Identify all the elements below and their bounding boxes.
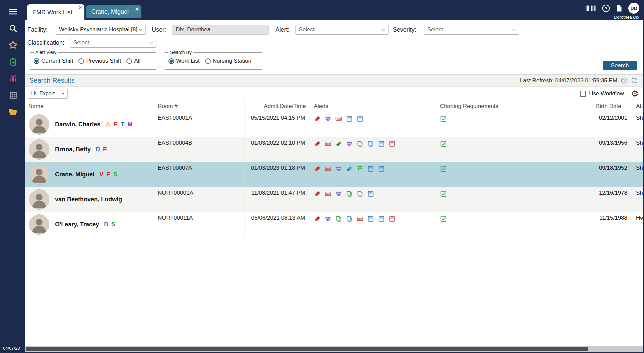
heart-icon[interactable]: [346, 140, 353, 147]
export-icon: [31, 90, 37, 97]
radio-button[interactable]: [205, 58, 211, 64]
search-icon[interactable]: [7, 23, 19, 34]
copy-blue-icon[interactable]: [346, 215, 353, 222]
copy-blue-icon[interactable]: [367, 140, 374, 147]
alert-select[interactable]: Select...: [295, 25, 389, 35]
orders-icon[interactable]: [7, 56, 19, 67]
form-blue-icon[interactable]: [378, 215, 385, 222]
check-icon[interactable]: [440, 215, 447, 222]
eraser-green-icon[interactable]: [335, 140, 342, 147]
close-icon[interactable]: ×: [79, 5, 82, 10]
column-header-room[interactable]: Room #: [154, 101, 244, 112]
facility-select[interactable]: Wellsky Psychiatric Hospital [8]: [56, 25, 146, 35]
heart-icon[interactable]: [335, 165, 342, 172]
export-button[interactable]: Export: [28, 89, 68, 99]
severity-select[interactable]: Select...: [424, 25, 519, 35]
badge-e: E: [114, 121, 118, 128]
radio-previous-shift[interactable]: Previous Shift: [78, 58, 121, 64]
copy-green-icon[interactable]: [346, 190, 353, 197]
column-header-name[interactable]: Name: [25, 101, 154, 112]
med-barcode-icon[interactable]: [325, 165, 332, 172]
table-row[interactable]: O'Leary, TraceyDSNORT00011A05/06/2021 08…: [25, 212, 643, 237]
menu-icon[interactable]: [7, 6, 19, 17]
check-icon[interactable]: [440, 115, 447, 122]
name-cell: Darwin, Charles⚠ETM: [25, 112, 154, 137]
favorites-icon[interactable]: [7, 39, 19, 51]
table-row[interactable]: van Beethoven, LudwigNORT00001A11/08/202…: [25, 187, 643, 212]
radio-all[interactable]: All: [126, 58, 140, 64]
form-blue-icon[interactable]: [378, 165, 385, 172]
form-blue-icon[interactable]: [346, 115, 353, 122]
barcode-icon[interactable]: [585, 4, 597, 12]
form-red-icon[interactable]: [389, 215, 396, 222]
user-avatar[interactable]: DD: [628, 3, 639, 14]
heart-icon[interactable]: [325, 115, 332, 122]
pill-icon[interactable]: [314, 190, 321, 197]
radio-current-shift[interactable]: Current Shift: [34, 58, 73, 64]
table-row[interactable]: Brona, BettyDEEAST00004B01/03/2022 02:10…: [25, 137, 643, 162]
copy-blue-icon[interactable]: [357, 190, 364, 197]
med-barcode-icon[interactable]: [335, 115, 342, 122]
charting-cell: [436, 112, 592, 137]
heart-icon[interactable]: [335, 190, 342, 197]
med-barcode-icon[interactable]: [357, 215, 364, 222]
horizontal-scrollbar[interactable]: [25, 346, 643, 352]
form-blue-icon[interactable]: [378, 140, 385, 147]
eraser-blue-icon[interactable]: [346, 165, 353, 172]
refresh-icon[interactable]: [631, 77, 638, 84]
use-workflow-checkbox[interactable]: [580, 91, 586, 97]
grid-icon[interactable]: [7, 89, 19, 101]
name-cell: Crane, MiguelVES: [25, 162, 154, 187]
search-button[interactable]: Search: [603, 61, 637, 70]
flag-icon[interactable]: [357, 165, 364, 172]
radio-label: Previous Shift: [86, 58, 121, 64]
export-dropdown-caret[interactable]: [58, 93, 67, 95]
check-icon[interactable]: [440, 190, 447, 197]
radio-button[interactable]: [168, 58, 174, 64]
charts-icon[interactable]: [7, 73, 19, 84]
help-icon[interactable]: ?: [621, 77, 628, 84]
table-row[interactable]: Darwin, Charles⚠ETMEAST00001A05/15/2021 …: [25, 112, 643, 137]
user-input[interactable]: Dix, Dorothea: [172, 25, 269, 35]
radio-nursing-station[interactable]: Nursing Station: [205, 58, 251, 64]
settings-gear-icon[interactable]: ⚙: [631, 89, 639, 98]
form-blue-icon[interactable]: [367, 165, 374, 172]
folders-icon[interactable]: [7, 106, 19, 117]
badge-s: S: [113, 171, 117, 178]
form-blue-icon[interactable]: [367, 190, 374, 197]
radio-button[interactable]: [126, 58, 132, 64]
radio-button[interactable]: [78, 58, 84, 64]
check-icon[interactable]: [440, 165, 447, 172]
table-row[interactable]: Crane, MiguelVESEAST00007A01/03/2023 01:…: [25, 162, 643, 187]
column-header-charting-requirements[interactable]: Charting Requirements: [436, 101, 592, 112]
column-header-att[interactable]: Att: [632, 101, 643, 112]
form-blue-icon[interactable]: [357, 115, 364, 122]
document-icon[interactable]: [615, 4, 623, 12]
column-header-alerts[interactable]: Alerts: [310, 101, 436, 112]
form-blue-icon[interactable]: [367, 215, 374, 222]
pill-icon[interactable]: [314, 115, 321, 122]
close-icon[interactable]: ×: [135, 6, 139, 12]
form-red-icon[interactable]: [389, 140, 396, 147]
pill-icon[interactable]: [314, 215, 321, 222]
med-barcode-icon[interactable]: [325, 140, 332, 147]
classification-select[interactable]: Select...: [70, 38, 156, 48]
radio-label: All: [134, 58, 140, 64]
pill-icon[interactable]: [314, 140, 321, 147]
med-barcode-icon[interactable]: [325, 190, 332, 197]
pill-icon[interactable]: [314, 165, 321, 172]
tab-emr-work-list[interactable]: EMR Work List ×: [27, 4, 84, 20]
radio-button[interactable]: [34, 58, 39, 64]
birth-date-cell: 12/16/1978: [592, 187, 632, 212]
help-icon[interactable]: ?: [602, 4, 610, 13]
copy-green-icon[interactable]: [357, 140, 364, 147]
column-header-birth-date[interactable]: Birth Date: [592, 101, 632, 112]
tab-crane-miguel[interactable]: Crane, Miguel ×: [86, 5, 141, 18]
charting-cell: [436, 137, 592, 162]
radio-work-list[interactable]: Work List: [168, 58, 200, 64]
heart-icon[interactable]: [325, 215, 332, 222]
copy-green-icon[interactable]: [335, 215, 342, 222]
check-icon[interactable]: [440, 140, 447, 147]
scrollbar-thumb[interactable]: [26, 347, 588, 351]
column-header-admit-date-time[interactable]: Admit Date/Time: [244, 101, 310, 112]
